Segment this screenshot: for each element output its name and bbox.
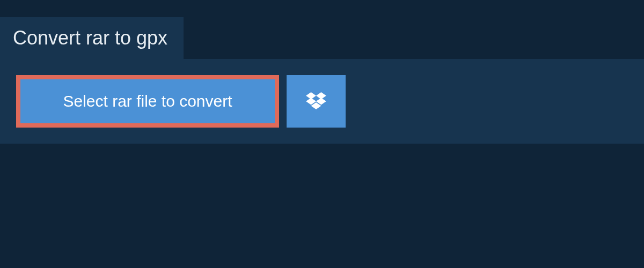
button-row: Select rar file to convert [16,75,628,128]
page-title: Convert rar to gpx [13,27,167,49]
dropbox-button[interactable] [287,75,346,128]
select-file-label: Select rar file to convert [63,92,232,110]
dropbox-icon [306,92,326,110]
select-file-button[interactable]: Select rar file to convert [16,75,279,128]
tab-header: Convert rar to gpx [0,17,184,59]
main-panel: Select rar file to convert [0,59,644,144]
